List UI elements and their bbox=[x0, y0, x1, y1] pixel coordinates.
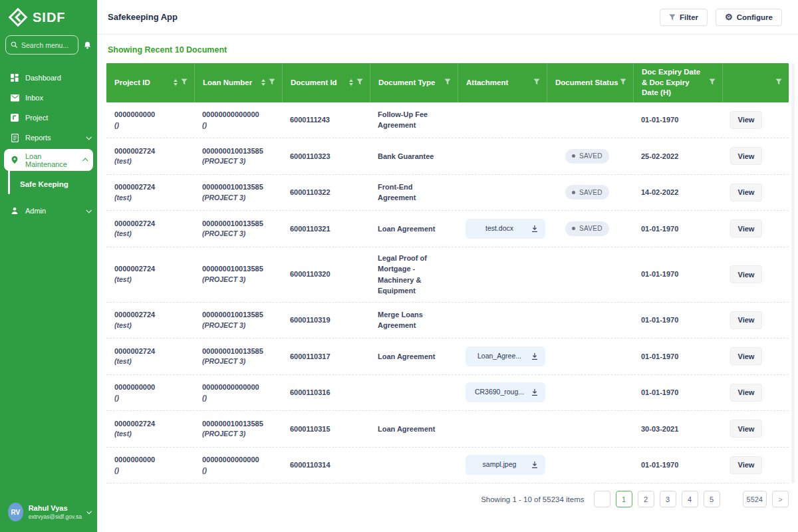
dashboard-icon bbox=[10, 74, 19, 82]
column-header-project-id[interactable]: Project ID bbox=[106, 63, 194, 102]
page-button-5[interactable]: 5 bbox=[704, 491, 720, 507]
attachment-chip[interactable]: sampl.jpeg bbox=[466, 455, 545, 475]
inbox-icon bbox=[10, 94, 19, 102]
table-row: 0000000000() 00000000000000() 6000110316… bbox=[106, 375, 789, 412]
loan-name: (PROJECT 3) bbox=[202, 156, 275, 167]
view-button[interactable]: View bbox=[730, 111, 762, 129]
filter-button[interactable]: Filter bbox=[660, 9, 708, 26]
loan-number-value: 000000010013585 bbox=[202, 146, 275, 157]
search-input[interactable] bbox=[21, 41, 69, 49]
column-header-document-id[interactable]: Document Id bbox=[282, 63, 370, 102]
status-cell bbox=[547, 424, 633, 434]
user-meta: Rahul Vyas extrvyas@sidf.gov.sa bbox=[29, 504, 82, 520]
project-name: (test) bbox=[114, 156, 188, 167]
download-icon[interactable] bbox=[531, 388, 539, 396]
project-name: () bbox=[114, 393, 188, 404]
attachment-cell bbox=[458, 424, 547, 434]
status-cell: SAVED bbox=[547, 144, 633, 169]
project-name: (test) bbox=[114, 229, 188, 239]
filter-funnel-icon[interactable] bbox=[356, 78, 363, 88]
status-dot-icon bbox=[572, 227, 575, 230]
filter-funnel-icon[interactable] bbox=[181, 78, 188, 88]
table-row: 0000000000() 00000000000000() 6000110314… bbox=[106, 448, 789, 484]
loan-name: () bbox=[202, 466, 275, 476]
view-button[interactable]: View bbox=[730, 311, 762, 329]
sort-icon[interactable] bbox=[261, 79, 265, 86]
attachment-cell bbox=[458, 187, 547, 198]
prev-page-button[interactable] bbox=[594, 491, 610, 507]
sort-icon[interactable] bbox=[349, 79, 353, 86]
sidebar: SIDF Dashboard bbox=[0, 0, 97, 532]
view-button[interactable]: View bbox=[730, 219, 762, 237]
table-row: 0000000000() 00000000000000() 6000111243… bbox=[106, 102, 789, 139]
configure-button[interactable]: ⚙ Configure bbox=[716, 9, 782, 26]
filter-funnel-icon[interactable] bbox=[709, 78, 716, 88]
document-id-value: 6000110319 bbox=[282, 309, 370, 331]
column-header-document-type[interactable]: Document Type bbox=[370, 63, 458, 102]
loan-name: () bbox=[202, 393, 275, 404]
project-name: () bbox=[114, 120, 188, 131]
sidebar-item-label: Inbox bbox=[25, 94, 90, 102]
column-header-doc-expiry[interactable]: Doc Expiry Date & Doc Expiry Date (H) bbox=[633, 63, 722, 102]
column-header-attachment[interactable]: Attachment bbox=[458, 63, 547, 102]
project-name: (test) bbox=[114, 429, 188, 440]
attachment-chip[interactable]: Loan_Agree... bbox=[466, 346, 545, 366]
project-id-value: 0000000000 bbox=[114, 382, 188, 393]
filter-funnel-icon[interactable] bbox=[444, 78, 451, 88]
table-row: 0000002724(test) 000000010013585(PROJECT… bbox=[106, 338, 789, 375]
project-name: (test) bbox=[114, 193, 188, 203]
sidebar-item-inbox[interactable]: Inbox bbox=[0, 88, 97, 108]
expiry-date-value: 01-01-1970 bbox=[633, 263, 722, 285]
attachment-cell: Loan_Agree... bbox=[458, 341, 547, 372]
filter-funnel-icon[interactable] bbox=[620, 78, 626, 88]
status-cell bbox=[547, 269, 633, 280]
status-cell: SAVED bbox=[547, 180, 633, 205]
filter-funnel-icon[interactable] bbox=[533, 78, 540, 88]
page-button-2[interactable]: 2 bbox=[638, 491, 654, 507]
view-button[interactable]: View bbox=[730, 347, 762, 365]
status-cell bbox=[547, 114, 633, 125]
sidebar-item-loan-maintenance[interactable]: Loan Maintenance bbox=[4, 149, 93, 171]
column-header-document-status[interactable]: Document Status bbox=[547, 63, 633, 102]
search-box[interactable] bbox=[5, 35, 78, 55]
download-icon[interactable] bbox=[531, 225, 539, 233]
table-row: 0000002724(test) 000000010013585(PROJECT… bbox=[106, 211, 789, 247]
attachment-chip[interactable]: test.docx bbox=[466, 219, 545, 239]
attachment-chip[interactable]: CR3690_roug... bbox=[466, 382, 545, 402]
loan-number-value: 00000000000000 bbox=[202, 109, 275, 120]
sort-icon[interactable] bbox=[174, 79, 178, 86]
view-button[interactable]: View bbox=[730, 147, 762, 165]
filter-funnel-icon[interactable] bbox=[775, 78, 782, 88]
view-button[interactable]: View bbox=[730, 384, 762, 402]
page-button-3[interactable]: 3 bbox=[660, 491, 676, 507]
sidebar-item-admin[interactable]: Admin bbox=[0, 201, 97, 221]
view-button[interactable]: View bbox=[730, 420, 762, 438]
filter-funnel-icon[interactable] bbox=[269, 78, 275, 88]
project-id-value: 0000002724 bbox=[114, 346, 188, 357]
sidebar-item-safe-keeping[interactable]: Safe Keeping bbox=[0, 174, 97, 194]
sidebar-item-dashboard[interactable]: Dashboard bbox=[0, 68, 97, 88]
document-type-value: Merge Loans Agreement bbox=[370, 304, 458, 336]
scrollbar[interactable] bbox=[791, 63, 795, 483]
page-button-1[interactable]: 1 bbox=[616, 491, 632, 507]
download-icon[interactable] bbox=[531, 461, 539, 469]
attachment-cell: CR3690_roug... bbox=[458, 377, 547, 408]
user-profile[interactable]: RV Rahul Vyas extrvyas@sidf.gov.sa bbox=[0, 495, 97, 532]
next-page-button[interactable]: > bbox=[772, 491, 789, 507]
download-icon[interactable] bbox=[531, 352, 539, 360]
document-type-value: Loan Agreement bbox=[370, 418, 458, 440]
pagination: Showing 1 - 10 of 55234 items 1 2 3 4 5 … bbox=[106, 491, 789, 507]
page-button-4[interactable]: 4 bbox=[682, 491, 698, 507]
loan-maintenance-icon bbox=[10, 156, 19, 164]
column-header-loan-number[interactable]: Loan Number bbox=[194, 63, 282, 102]
last-page-button[interactable]: 5524 bbox=[743, 491, 767, 507]
sidebar-item-project[interactable]: Project bbox=[0, 108, 97, 128]
view-button[interactable]: View bbox=[730, 456, 762, 474]
view-button[interactable]: View bbox=[730, 184, 762, 201]
view-button[interactable]: View bbox=[730, 265, 762, 283]
expiry-date-value: 25-02-2022 bbox=[633, 146, 722, 168]
bell-icon[interactable] bbox=[83, 41, 92, 50]
column-header-actions[interactable] bbox=[722, 63, 789, 102]
configure-button-label: Configure bbox=[737, 13, 773, 21]
sidebar-item-reports[interactable]: Reports bbox=[0, 128, 97, 148]
